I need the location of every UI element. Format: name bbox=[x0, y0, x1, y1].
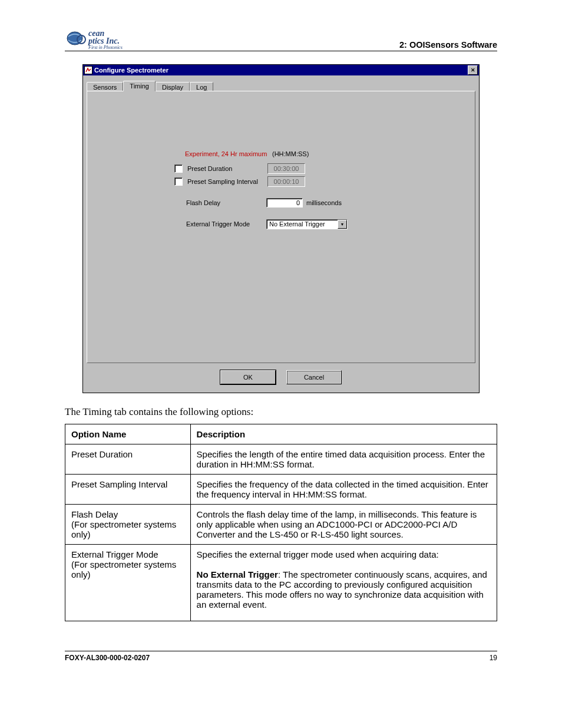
ext-trigger-value: No External Trigger bbox=[269, 220, 325, 228]
close-button[interactable]: ✕ bbox=[468, 65, 478, 75]
preset-sampling-label: Preset Sampling Interval bbox=[187, 178, 267, 185]
timing-panel: Experiment, 24 Hr maximum (HH:MM:SS) Pre… bbox=[87, 91, 475, 363]
preset-duration-checkbox[interactable] bbox=[174, 164, 183, 173]
intro-text: The Timing tab contains the following op… bbox=[65, 406, 497, 418]
tab-strip: Sensors Timing Display Log bbox=[87, 79, 475, 91]
flash-delay-input[interactable]: 0 bbox=[266, 198, 303, 207]
logo-globe-icon bbox=[65, 29, 87, 50]
table-row: External Trigger Mode (For spectrometer … bbox=[65, 545, 497, 621]
logo-tagline: First in Photonics bbox=[88, 45, 123, 50]
configure-spectrometer-dialog: Configure Spectrometer ✕ Sensors Timing … bbox=[82, 64, 480, 393]
preset-duration-label: Preset Duration bbox=[187, 165, 267, 172]
logo: cean ptics Inc. First in Photonics bbox=[65, 29, 123, 50]
app-icon bbox=[84, 66, 92, 74]
ext-trigger-label: External Trigger Mode bbox=[186, 220, 266, 228]
ok-button[interactable]: OK bbox=[220, 370, 276, 384]
logo-text: cean ptics Inc. First in Photonics bbox=[88, 29, 123, 50]
opt-desc: Specifies the external trigger mode used… bbox=[190, 545, 497, 621]
flash-delay-unit: milliseconds bbox=[306, 199, 342, 206]
opt-desc: Controls the flash delay time of the lam… bbox=[190, 505, 497, 545]
titlebar: Configure Spectrometer ✕ bbox=[83, 65, 479, 75]
th-description: Description bbox=[190, 424, 497, 444]
ext-trigger-combo[interactable]: No External Trigger ▼ bbox=[266, 219, 348, 229]
tab-timing[interactable]: Timing bbox=[123, 81, 156, 91]
opt-desc: Specifies the length of the entire timed… bbox=[190, 444, 497, 475]
flash-delay-label: Flash Delay bbox=[186, 199, 266, 206]
opt-name: Preset Sampling Interval bbox=[65, 475, 191, 505]
dialog-footer: OK Cancel bbox=[87, 363, 475, 384]
table-row: Flash Delay (For spectrometer systems on… bbox=[65, 505, 497, 545]
table-row: Preset Duration Specifies the length of … bbox=[65, 444, 497, 475]
page-header: cean ptics Inc. First in Photonics 2: OO… bbox=[65, 29, 497, 51]
page-footer: FOXY-AL300-000-02-0207 19 bbox=[65, 651, 497, 662]
preset-duration-value[interactable]: 00:30:00 bbox=[267, 163, 305, 174]
th-option-name: Option Name bbox=[65, 424, 191, 444]
close-icon: ✕ bbox=[471, 67, 475, 73]
opt-name: External Trigger Mode (For spectrometer … bbox=[65, 545, 191, 621]
table-row: Preset Sampling Interval Specifies the f… bbox=[65, 475, 497, 505]
page-number: 19 bbox=[490, 654, 497, 662]
opt-name: Flash Delay (For spectrometer systems on… bbox=[65, 505, 191, 545]
preset-sampling-value[interactable]: 00:00:10 bbox=[267, 176, 305, 187]
doc-code: FOXY-AL300-000-02-0207 bbox=[65, 654, 150, 662]
opt-desc: Specifies the frequency of the data coll… bbox=[190, 475, 497, 505]
section-title: 2: OOISensors Software bbox=[399, 40, 497, 50]
options-table: Option Name Description Preset Duration … bbox=[65, 424, 497, 621]
preset-sampling-checkbox[interactable] bbox=[174, 177, 183, 186]
cancel-button[interactable]: Cancel bbox=[286, 370, 342, 384]
dialog-title: Configure Spectrometer bbox=[94, 67, 168, 74]
hhmmss-label: (HH:MM:SS) bbox=[272, 150, 309, 157]
chevron-down-icon[interactable]: ▼ bbox=[338, 220, 347, 229]
opt-name: Preset Duration bbox=[65, 444, 191, 475]
experiment-heading: Experiment, 24 Hr maximum bbox=[185, 150, 267, 157]
